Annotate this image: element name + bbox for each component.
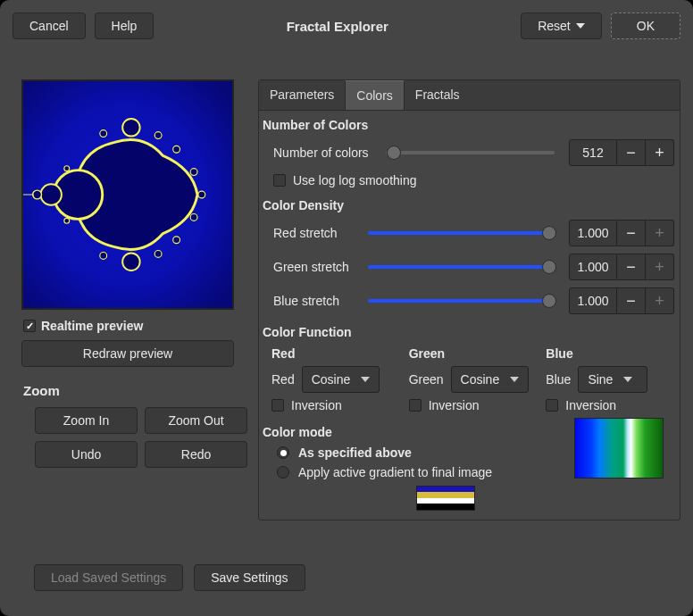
apply-gradient-radio[interactable] (277, 466, 289, 479)
color-function-columns: Red Red Cosine Inversion Green (259, 343, 680, 418)
plus-button[interactable]: + (646, 220, 674, 246)
svg-point-13 (154, 251, 162, 258)
loglog-checkbox[interactable] (273, 174, 286, 187)
zoom-heading: Zoom (23, 383, 245, 398)
number-of-colors-stepper: 512 − + (569, 139, 674, 166)
red-inversion-checkbox[interactable] (271, 399, 284, 412)
blue-function-select[interactable]: Sine (578, 366, 647, 393)
apply-gradient-label: Apply active gradient to final image (298, 465, 492, 479)
number-of-colors-slider[interactable] (386, 145, 555, 161)
red-inversion-label: Inversion (291, 398, 342, 412)
redo-button[interactable]: Redo (145, 441, 247, 468)
blue-stretch-label: Blue stretch (273, 294, 359, 308)
blue-stretch-row: Blue stretch 1.000 − + (259, 284, 680, 318)
zoom-controls: Zoom In Zoom Out Undo Redo (35, 407, 247, 468)
blue-function-col: Blue Blue Sine Inversion (546, 346, 674, 418)
green-function-col: Green Green Cosine Inversion (409, 346, 538, 418)
svg-point-5 (122, 119, 140, 137)
green-subheading: Green (409, 346, 538, 361)
chevron-down-icon (510, 377, 519, 382)
undo-button[interactable]: Undo (35, 441, 138, 468)
green-inversion-checkbox[interactable] (409, 399, 422, 412)
minus-button[interactable]: − (617, 220, 646, 246)
blue-func-label: Blue (546, 372, 571, 387)
number-of-colors-heading: Number of Colors (259, 111, 680, 136)
red-function-col: Red Red Cosine Inversion (271, 346, 400, 418)
svg-point-11 (190, 213, 197, 221)
svg-point-10 (198, 191, 205, 198)
tab-parameters[interactable]: Parameters (259, 80, 345, 110)
chevron-down-icon (623, 377, 632, 382)
green-stretch-label: Green stretch (273, 260, 359, 274)
svg-point-17 (64, 218, 70, 223)
blue-stretch-slider[interactable] (368, 293, 555, 309)
gradient-preview-swatch[interactable] (574, 418, 664, 479)
svg-point-9 (190, 169, 197, 176)
minus-button[interactable]: − (617, 254, 646, 280)
realtime-preview-row[interactable]: Realtime preview (23, 319, 245, 333)
red-function-value: Cosine (312, 372, 351, 387)
left-column: Realtime preview Redraw preview Zoom Zoo… (13, 79, 245, 520)
blue-function-value: Sine (588, 372, 613, 387)
fractal-preview (21, 79, 234, 310)
plus-button[interactable]: + (646, 287, 674, 314)
help-button[interactable]: Help (95, 12, 154, 39)
cancel-button[interactable]: Cancel (13, 12, 86, 39)
number-of-colors-label: Number of colors (273, 146, 377, 160)
zoom-in-button[interactable]: Zoom In (35, 407, 138, 434)
color-function-heading: Color Function (259, 318, 680, 343)
dialog-title: Fractal Explorer (163, 19, 512, 34)
reset-button[interactable]: Reset (521, 12, 602, 39)
load-settings-button[interactable]: Load Saved Settings (34, 564, 183, 591)
blue-stretch-stepper: 1.000 − + (569, 287, 674, 314)
plus-button[interactable]: + (646, 139, 674, 166)
blue-stretch-value[interactable]: 1.000 (569, 287, 617, 314)
plus-button[interactable]: + (646, 254, 674, 280)
tab-bar: Parameters Colors Fractals (259, 80, 680, 111)
loglog-row[interactable]: Use log log smoothing (259, 170, 680, 191)
svg-point-7 (154, 132, 162, 139)
zoom-out-button[interactable]: Zoom Out (145, 407, 247, 434)
red-func-label: Red (271, 372, 295, 387)
green-stretch-value[interactable]: 1.000 (569, 254, 617, 280)
tab-colors[interactable]: Colors (345, 80, 404, 110)
blue-inversion-checkbox[interactable] (546, 399, 558, 412)
number-of-colors-value[interactable]: 512 (569, 139, 617, 166)
svg-point-14 (100, 130, 107, 137)
tab-fractals[interactable]: Fractals (405, 80, 471, 110)
red-stretch-value[interactable]: 1.000 (569, 220, 617, 246)
red-stretch-slider[interactable] (368, 225, 555, 241)
red-stretch-row: Red stretch 1.000 − + (259, 216, 680, 250)
save-settings-button[interactable]: Save Settings (194, 564, 305, 591)
red-function-select[interactable]: Cosine (302, 366, 380, 393)
svg-point-6 (122, 253, 140, 271)
svg-point-12 (173, 237, 180, 244)
number-of-colors-row: Number of colors 512 − + (259, 136, 680, 170)
svg-point-2 (41, 184, 62, 204)
green-stretch-slider[interactable] (368, 259, 555, 275)
settings-panel: Parameters Colors Fractals Number of Col… (258, 79, 680, 520)
minus-button[interactable]: − (617, 139, 646, 166)
red-stretch-stepper: 1.000 − + (569, 220, 674, 246)
blue-inversion-label: Inversion (565, 398, 616, 412)
ok-button[interactable]: OK (611, 12, 680, 39)
dialog-window: Cancel Help Fractal Explorer Reset OK (0, 0, 693, 616)
active-gradient-swatch[interactable] (416, 486, 475, 511)
header-bar: Cancel Help Fractal Explorer Reset OK (13, 12, 680, 39)
blue-subheading: Blue (546, 346, 674, 361)
footer-bar: Load Saved Settings Save Settings (34, 564, 305, 591)
green-function-select[interactable]: Cosine (451, 366, 530, 393)
red-stretch-label: Red stretch (273, 226, 359, 240)
minus-button[interactable]: − (617, 287, 646, 314)
redraw-preview-button[interactable]: Redraw preview (21, 340, 234, 367)
color-density-heading: Color Density (259, 191, 680, 216)
green-inversion-label: Inversion (429, 398, 480, 412)
chevron-down-icon (361, 377, 370, 382)
red-subheading: Red (271, 346, 400, 361)
realtime-checkbox[interactable] (23, 320, 36, 332)
green-stretch-stepper: 1.000 − + (569, 254, 674, 280)
loglog-label: Use log log smoothing (293, 173, 417, 187)
as-specified-radio[interactable] (277, 446, 289, 459)
as-specified-label: As specified above (298, 445, 412, 460)
green-function-value: Cosine (461, 372, 500, 387)
